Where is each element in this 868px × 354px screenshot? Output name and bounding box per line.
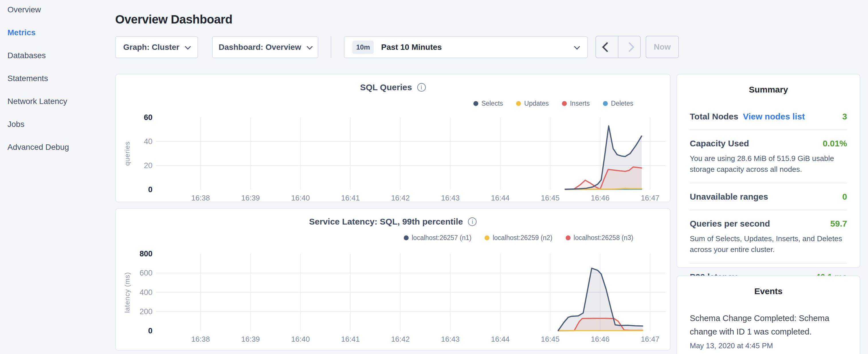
y-axis-tick: 60 [122,113,152,122]
events-title: Events [677,286,860,296]
x-axis-tick: 16:44 [480,335,520,344]
legend-item[interactable]: localhost:26259 (n2) [485,234,552,242]
legend-label: localhost:26259 (n2) [493,234,552,242]
sidebar-item-network-latency[interactable]: Network Latency [7,97,111,105]
x-axis-tick: 16:38 [181,335,221,344]
y-axis-tick: 0 [122,185,152,194]
legend-item[interactable]: Deletes [603,100,633,107]
next-time-button[interactable] [618,36,640,58]
time-range-badge: 10m [352,41,374,54]
summary-label: Capacity Used [690,139,749,148]
x-axis-tick: 16:42 [380,194,421,202]
dashboard-dropdown[interactable]: Dashboard: Overview [212,36,318,58]
summary-description: Sum of Selects, Updates, Inserts, and De… [690,233,847,255]
legend-item[interactable]: Updates [516,100,549,107]
chevron-down-icon [185,43,191,50]
x-axis-tick: 16:46 [580,194,620,202]
sidebar-item-overview[interactable]: Overview [7,6,111,14]
service-latency-chart [116,209,671,351]
summary-row: Unavailable ranges0 [690,183,847,210]
legend-dot-icon [473,101,478,106]
sidebar-nav: OverviewMetricsDatabasesStatementsNetwor… [7,6,111,166]
legend-label: Inserts [570,100,590,107]
chart-legend: localhost:26257 (n1)localhost:26259 (n2)… [404,234,633,242]
legend-dot-icon [404,235,409,240]
sidebar-item-jobs[interactable]: Jobs [7,120,111,128]
summary-value: 59.7 [831,219,847,229]
x-axis-tick: 16:39 [230,335,271,344]
legend-label: Updates [524,100,549,107]
x-axis-tick: 16:40 [281,194,321,202]
sidebar-item-statements[interactable]: Statements [7,74,111,83]
legend-dot-icon [562,101,567,106]
page-title: Overview Dashboard [115,12,232,26]
x-axis-tick: 16:46 [580,335,620,344]
summary-row: Capacity Used0.01%You are using 28.6 MiB… [690,129,847,183]
y-axis-tick: 800 [122,250,152,258]
sql-queries-chart [116,74,671,203]
summary-row: Total NodesView nodes list3 [690,103,847,129]
info-icon[interactable]: i [468,217,476,226]
legend-dot-icon [485,235,490,240]
summary-row-head: Total NodesView nodes list3 [690,112,847,122]
service-latency-chart-card: Service Latency: SQL, 99th percentile i … [115,208,671,351]
summary-panel: Summary Total NodesView nodes list3Capac… [677,74,860,268]
summary-value: 3 [842,112,847,122]
chart-legend: SelectsUpdatesInsertsDeletes [473,100,633,107]
summary-label: Total Nodes [690,112,738,122]
legend-item[interactable]: localhost:26257 (n1) [404,234,471,242]
y-axis-label: latency (ms) [123,261,131,323]
legend-label: Deletes [611,100,633,107]
controls-divider [331,36,331,58]
graph-scope-dropdown[interactable]: Graph: Cluster [115,36,198,58]
legend-dot-icon [566,235,570,240]
dashboard-label: Dashboard: Overview [219,43,301,52]
x-axis-tick: 16:47 [630,194,670,202]
chevron-left-icon [602,42,612,52]
events-list: Schema Change Completed: Schema change w… [677,312,860,350]
x-axis-tick: 16:43 [430,194,470,202]
legend-label: localhost:26258 (n3) [574,234,633,242]
x-axis-tick: 16:43 [430,335,470,344]
summary-title: Summary [677,85,860,95]
event-timestamp: May 13, 2020 at 4:45 PM [690,342,847,350]
y-axis-label: queries [123,123,131,185]
sidebar-item-metrics[interactable]: Metrics [7,29,111,37]
view-nodes-link[interactable]: View nodes list [743,112,805,122]
legend-label: Selects [482,100,503,107]
summary-label: Queries per second [690,219,770,229]
legend-dot-icon [516,101,521,106]
sidebar-item-databases[interactable]: Databases [7,52,111,60]
legend-item[interactable]: Inserts [562,100,590,107]
time-range-label: Past 10 Minutes [381,43,567,52]
summary-rows: Total NodesView nodes list3Capacity Used… [677,103,860,290]
x-axis-tick: 16:41 [331,194,371,202]
summary-row: Queries per second59.7Sum of Selects, Up… [690,210,847,263]
x-axis-tick: 16:40 [281,335,321,344]
x-axis-tick: 16:47 [630,335,670,344]
legend-item[interactable]: Selects [473,100,503,107]
now-button[interactable]: Now [646,36,679,58]
x-axis-tick: 16:45 [530,194,570,202]
legend-item[interactable]: localhost:26258 (n3) [566,234,633,242]
summary-description: You are using 28.6 MiB of 515.9 GiB usab… [690,153,847,175]
time-range-dropdown[interactable]: 10m Past 10 Minutes [344,36,588,58]
info-icon[interactable]: i [417,83,426,92]
chevron-right-icon [624,42,634,52]
chevron-down-icon [574,43,580,50]
prev-time-button[interactable] [596,36,618,58]
legend-label: localhost:26257 (n1) [412,234,471,242]
chart-title: Service Latency: SQL, 99th percentile [309,217,463,227]
x-axis-tick: 16:45 [530,335,570,344]
summary-row-head: Queries per second59.7 [690,219,847,229]
summary-value: 0 [842,192,847,202]
x-axis-tick: 16:38 [181,194,221,202]
y-axis-tick: 0 [122,326,152,335]
event-message: Schema Change Completed: Schema change w… [690,312,847,339]
x-axis-tick: 16:44 [480,194,520,202]
sidebar-item-advanced-debug[interactable]: Advanced Debug [7,143,111,151]
sql-queries-chart-card: SQL Queries i SelectsUpdatesInsertsDelet… [115,74,671,202]
db-console-app: OverviewMetricsDatabasesStatementsNetwor… [0,0,868,354]
x-axis-tick: 16:39 [230,194,271,202]
x-axis-tick: 16:42 [380,335,421,344]
